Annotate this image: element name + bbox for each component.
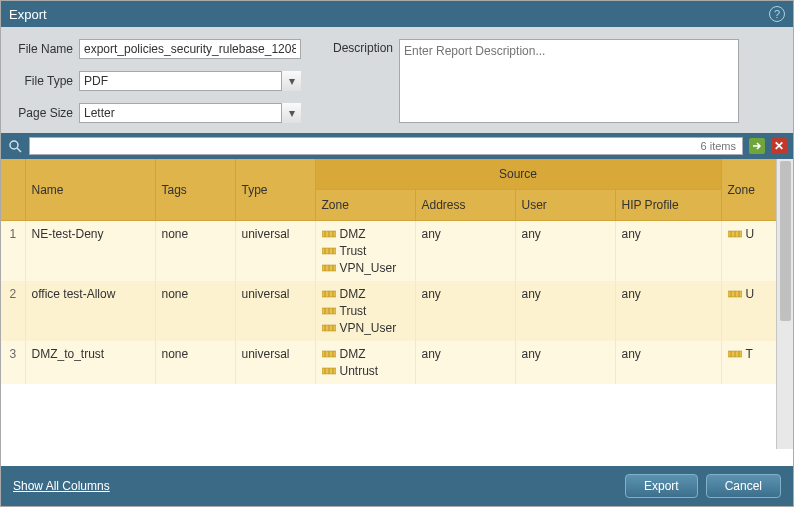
cell-dest-zone: U	[721, 221, 781, 282]
cell-user: any	[515, 221, 615, 282]
description-textarea[interactable]	[399, 39, 739, 123]
form-area: File Name File Type ▾ Page Size ▾ Descri…	[1, 27, 793, 133]
zone-item: DMZ	[322, 287, 409, 301]
table-row[interactable]: 3DMZ_to_trustnoneuniversalDMZUntrustanya…	[1, 341, 781, 384]
cell-user: any	[515, 281, 615, 341]
vertical-scrollbar[interactable]	[776, 159, 793, 449]
page-size-value[interactable]	[79, 103, 301, 123]
cell-tags: none	[155, 281, 235, 341]
cell-address: any	[415, 221, 515, 282]
page-size-select[interactable]: ▾	[79, 103, 301, 123]
file-name-label: File Name	[9, 42, 73, 56]
zone-item: DMZ	[322, 227, 409, 241]
cell-hip: any	[615, 341, 721, 384]
item-count: 6 items	[701, 140, 736, 152]
cell-type: universal	[235, 341, 315, 384]
col-address[interactable]: Address	[415, 190, 515, 221]
search-bar: 6 items ✕	[1, 133, 793, 159]
description-label: Description	[319, 39, 393, 123]
cell-dest-zone: T	[721, 341, 781, 384]
chevron-down-icon[interactable]: ▾	[281, 71, 301, 91]
svg-line-1	[17, 148, 21, 152]
show-all-columns-link[interactable]: Show All Columns	[13, 479, 110, 493]
zone-item: Trust	[322, 304, 409, 318]
col-user[interactable]: User	[515, 190, 615, 221]
cell-zone: DMZTrustVPN_User	[315, 221, 415, 282]
chevron-down-icon[interactable]: ▾	[281, 103, 301, 123]
cell-name: DMZ_to_trust	[25, 341, 155, 384]
col-hip[interactable]: HIP Profile	[615, 190, 721, 221]
cell-hip: any	[615, 281, 721, 341]
zone-item: T	[728, 347, 775, 361]
table-row[interactable]: 1NE-test-DenynoneuniversalDMZTrustVPN_Us…	[1, 221, 781, 282]
file-name-input[interactable]	[79, 39, 301, 59]
zone-item: U	[728, 287, 775, 301]
cell-address: any	[415, 281, 515, 341]
col-tags[interactable]: Tags	[155, 159, 235, 221]
file-type-label: File Type	[9, 74, 73, 88]
search-icon[interactable]	[7, 138, 23, 154]
export-button[interactable]: Export	[625, 474, 698, 498]
row-num: 1	[1, 221, 25, 282]
help-icon[interactable]: ?	[769, 6, 785, 22]
cell-user: any	[515, 341, 615, 384]
cell-zone: DMZTrustVPN_User	[315, 281, 415, 341]
grid: Name Tags Type Source Zone Zone Address …	[1, 159, 793, 466]
cell-tags: none	[155, 221, 235, 282]
row-num: 2	[1, 281, 25, 341]
cell-type: universal	[235, 221, 315, 282]
svg-point-0	[10, 141, 18, 149]
col-type[interactable]: Type	[235, 159, 315, 221]
cell-address: any	[415, 341, 515, 384]
cell-tags: none	[155, 341, 235, 384]
search-input[interactable]: 6 items	[29, 137, 743, 155]
zone-item: Untrust	[322, 364, 409, 378]
dialog-title: Export	[9, 7, 47, 22]
clear-icon[interactable]: ✕	[771, 138, 787, 154]
cell-zone: DMZUntrust	[315, 341, 415, 384]
file-type-select[interactable]: ▾	[79, 71, 301, 91]
cell-hip: any	[615, 221, 721, 282]
go-icon[interactable]	[749, 138, 765, 154]
cell-name: NE-test-Deny	[25, 221, 155, 282]
cancel-button[interactable]: Cancel	[706, 474, 781, 498]
col-source-group: Source	[315, 159, 721, 190]
titlebar: Export ?	[1, 1, 793, 27]
rules-table: Name Tags Type Source Zone Zone Address …	[1, 159, 782, 384]
col-zone[interactable]: Zone	[315, 190, 415, 221]
col-num[interactable]	[1, 159, 25, 221]
zone-item: U	[728, 227, 775, 241]
zone-item: Trust	[322, 244, 409, 258]
table-row[interactable]: 2office test-AllownoneuniversalDMZTrustV…	[1, 281, 781, 341]
footer: Show All Columns Export Cancel	[1, 466, 793, 506]
zone-item: VPN_User	[322, 261, 409, 275]
cell-type: universal	[235, 281, 315, 341]
zone-item: VPN_User	[322, 321, 409, 335]
zone-item: DMZ	[322, 347, 409, 361]
row-num: 3	[1, 341, 25, 384]
file-type-value[interactable]	[79, 71, 301, 91]
col-name[interactable]: Name	[25, 159, 155, 221]
cell-name: office test-Allow	[25, 281, 155, 341]
page-size-label: Page Size	[9, 106, 73, 120]
export-dialog: Export ? File Name File Type ▾ Page Size…	[0, 0, 794, 507]
cell-dest-zone: U	[721, 281, 781, 341]
col-dest-zone[interactable]: Zone	[721, 159, 781, 221]
